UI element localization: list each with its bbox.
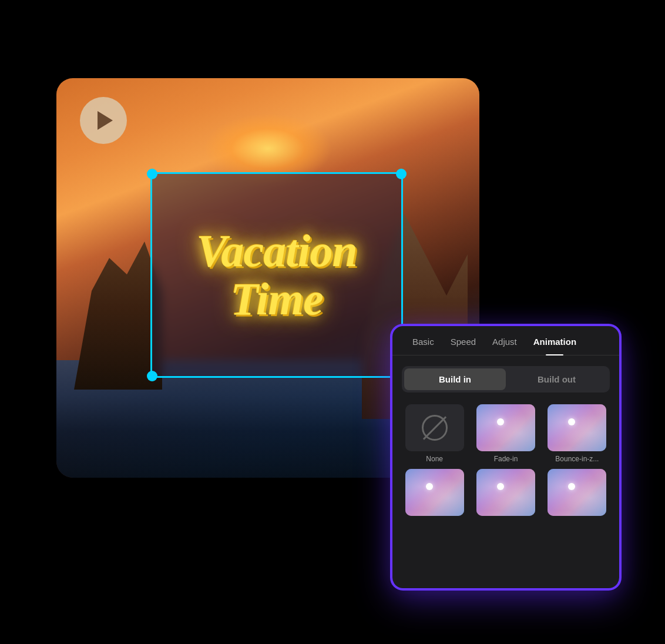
anim-label-fade-in: Fade-in xyxy=(494,455,518,463)
anim-item-6[interactable] xyxy=(545,469,610,519)
anim-thumb-5 xyxy=(476,469,535,516)
cliff-left xyxy=(74,225,162,390)
play-icon xyxy=(98,111,113,130)
play-button[interactable] xyxy=(80,97,127,144)
handle-bottom-left[interactable] xyxy=(147,371,157,381)
animation-grid: None Fade-in Bounce-in-z... xyxy=(402,404,610,519)
swirl-bg-4 xyxy=(476,469,535,516)
tab-basic[interactable]: Basic xyxy=(404,337,442,355)
scene: VacationTime Basic Speed Adjust Animatio… xyxy=(39,43,626,601)
tab-speed[interactable]: Speed xyxy=(442,337,484,355)
animation-panel: Basic Speed Adjust Animation Build in Bu… xyxy=(391,325,620,589)
build-out-button[interactable]: Build out xyxy=(506,368,607,390)
text-overlay[interactable]: VacationTime xyxy=(150,172,403,378)
panel-tabs: Basic Speed Adjust Animation xyxy=(392,326,619,355)
anim-thumb-bounce-in-z xyxy=(548,404,606,451)
swirl-bg xyxy=(476,404,535,451)
swirl-bg-3 xyxy=(405,469,464,516)
anim-thumb-fade-in xyxy=(476,404,535,451)
swirl-dot-4 xyxy=(497,483,504,490)
tab-adjust[interactable]: Adjust xyxy=(484,337,525,355)
swirl-dot-3 xyxy=(426,483,433,490)
anim-thumb-4 xyxy=(405,469,464,516)
handle-top-right[interactable] xyxy=(396,169,407,179)
anim-item-none[interactable]: None xyxy=(402,404,467,463)
none-icon xyxy=(422,415,448,441)
anim-label-bounce-in-z: Bounce-in-z... xyxy=(555,455,599,463)
vacation-title: VacationTime xyxy=(196,227,357,323)
handle-top-left[interactable] xyxy=(147,169,157,179)
tab-animation[interactable]: Animation xyxy=(525,337,585,355)
swirl-bg-5 xyxy=(548,469,606,516)
anim-thumb-6 xyxy=(548,469,606,516)
anim-item-5[interactable] xyxy=(473,469,538,519)
anim-thumb-none xyxy=(405,404,464,451)
build-toggle: Build in Build out xyxy=(402,366,610,393)
anim-item-fade-in[interactable]: Fade-in xyxy=(473,404,538,463)
panel-body: Build in Build out None xyxy=(392,355,619,530)
anim-item-4[interactable] xyxy=(402,469,467,519)
swirl-bg-2 xyxy=(548,404,606,451)
swirl-dot xyxy=(497,418,504,425)
anim-item-bounce-in-z[interactable]: Bounce-in-z... xyxy=(545,404,610,463)
build-in-button[interactable]: Build in xyxy=(404,368,506,390)
anim-label-none: None xyxy=(426,455,443,463)
